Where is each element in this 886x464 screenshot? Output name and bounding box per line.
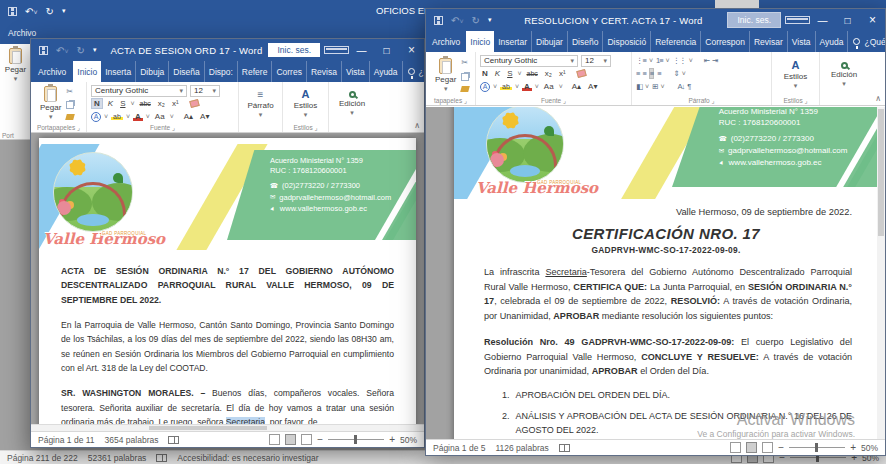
highlight-color-icon[interactable]: ab: [111, 113, 123, 120]
cert-titlebar[interactable]: ↶˅ ↻ ▾ RESOLUCION Y CERT. ACTA 17 - Word…: [426, 9, 885, 31]
highlight-color-icon[interactable]: ab: [500, 83, 512, 90]
underline-button[interactable]: S: [118, 99, 127, 108]
tab-dibujar[interactable]: Dibujar: [532, 31, 568, 52]
font-name-select[interactable]: Century Gothic▾: [91, 85, 187, 97]
font-size-select[interactable]: 12▾: [190, 85, 220, 97]
zoom-out-button[interactable]: −: [317, 434, 323, 445]
undo-icon[interactable]: ↶˅: [56, 45, 68, 56]
tell-me-icon[interactable]: [853, 38, 860, 45]
vertical-scrollbar[interactable]: [877, 107, 885, 441]
print-layout-button[interactable]: [285, 434, 296, 445]
save-icon[interactable]: [39, 46, 48, 55]
tab-disposicion[interactable]: Disposició: [603, 31, 651, 52]
tab-referencias[interactable]: Refere: [238, 61, 273, 82]
tab-insertar[interactable]: Insertar: [494, 31, 532, 52]
shrink-font-icon[interactable]: A▾: [198, 112, 211, 121]
zoom-slider[interactable]: [790, 457, 846, 458]
paragraph-group-button[interactable]: ≡ Párrafo▾: [243, 84, 278, 122]
horizontal-scrollbar[interactable]: [31, 424, 424, 431]
tab-referencias[interactable]: Referencia: [651, 31, 701, 52]
italic-button[interactable]: K: [493, 69, 502, 78]
font-name-select[interactable]: Century Gothic▾: [480, 55, 578, 67]
read-mode-button[interactable]: [730, 442, 741, 453]
minimize-button[interactable]: —: [349, 45, 374, 56]
web-layout-button[interactable]: [762, 442, 773, 453]
tab-revisar[interactable]: Revisar: [750, 31, 788, 52]
save-icon[interactable]: [8, 7, 17, 16]
bullets-icon[interactable]: ⋮≡: [636, 56, 646, 65]
copy-icon[interactable]: [66, 101, 74, 109]
line-spacing-icon[interactable]: ⇕: [674, 69, 679, 78]
increase-indent-icon[interactable]: ⇥: [712, 56, 717, 65]
redo-icon[interactable]: ↻: [471, 15, 479, 26]
signin-button[interactable]: Inic. ses.: [268, 43, 320, 57]
acta-page[interactable]: Acuerdo Ministerial N° 1359 RUC : 176812…: [39, 138, 416, 426]
zoom-out-button[interactable]: −: [778, 442, 784, 453]
tab-diseno[interactable]: Diseña: [169, 61, 204, 82]
cut-icon[interactable]: ✂: [66, 86, 74, 97]
italic-button[interactable]: K: [106, 99, 115, 108]
shrink-font-icon[interactable]: A▾: [586, 82, 599, 91]
undo-icon[interactable]: ↶˅: [25, 6, 37, 17]
strikethrough-button[interactable]: abc: [138, 100, 153, 107]
align-right-icon[interactable]: ≡: [649, 68, 654, 79]
bg-paste-button[interactable]: Pegar ▾: [0, 44, 31, 83]
cut-icon[interactable]: ✂: [461, 57, 469, 68]
zoom-slider[interactable]: [328, 439, 384, 440]
zoom-level[interactable]: 50%: [861, 443, 878, 453]
decrease-indent-icon[interactable]: ⇤: [704, 56, 709, 65]
maximize-button[interactable]: □: [374, 45, 399, 56]
tab-vista[interactable]: Vista: [788, 31, 816, 52]
close-button[interactable]: ×: [399, 43, 424, 57]
styles-button[interactable]: A Estilos▾: [287, 84, 324, 122]
signin-button[interactable]: Inic. ses.: [727, 12, 781, 28]
styles-button[interactable]: A Estilos▾: [776, 54, 815, 95]
underline-options-icon[interactable]: ˅: [130, 100, 134, 107]
bg-word-count[interactable]: 52361 palabras: [88, 453, 147, 463]
collapse-ribbon-icon[interactable]: ∧: [875, 94, 881, 103]
page-status[interactable]: Página 1 de 11: [38, 435, 95, 445]
word-count[interactable]: 3654 palabras: [105, 435, 159, 445]
tab-inicio[interactable]: Inicio: [466, 31, 494, 52]
proofing-icon[interactable]: [168, 436, 179, 444]
tab-disposicion[interactable]: Dispo:: [205, 61, 238, 82]
subscript-button[interactable]: x₂: [156, 99, 167, 108]
bold-button[interactable]: N: [91, 98, 103, 109]
collapse-ribbon-icon[interactable]: ∧: [414, 121, 420, 130]
superscript-button[interactable]: x¹: [557, 69, 568, 78]
bg-page-status[interactable]: Página 211 de 222: [7, 453, 78, 463]
bold-button[interactable]: N: [480, 69, 490, 78]
zoom-in-button[interactable]: +: [850, 442, 856, 453]
tab-correspondencia[interactable]: Correspon: [701, 31, 750, 52]
proofing-icon[interactable]: [559, 444, 570, 452]
web-layout-button[interactable]: [301, 434, 312, 445]
read-mode-button[interactable]: [269, 434, 280, 445]
tab-inicio[interactable]: Inicio: [73, 61, 101, 82]
cert-page[interactable]: Acuerdo Ministerial N° 1359 RUC : 176812…: [454, 107, 878, 441]
zoom-in-button[interactable]: +: [389, 434, 395, 445]
tab-vista[interactable]: Vista: [342, 61, 370, 82]
grow-font-icon[interactable]: A▴: [182, 112, 195, 121]
page-status[interactable]: Página 1 de 5: [433, 443, 485, 453]
underline-button[interactable]: S: [505, 69, 514, 78]
change-case-icon[interactable]: Aa: [153, 112, 167, 121]
word-count[interactable]: 1126 palabras: [495, 443, 548, 453]
clear-formatting-icon[interactable]: [189, 99, 200, 108]
paste-button[interactable]: Pegar▾: [35, 84, 66, 122]
zoom-level[interactable]: 50%: [400, 435, 417, 445]
tab-dibujar[interactable]: Dibuja: [136, 61, 169, 82]
change-case-icon[interactable]: Aa: [542, 82, 556, 91]
redo-icon[interactable]: ↻: [76, 45, 84, 56]
editing-button[interactable]: Edición▾: [333, 84, 371, 122]
redo-icon[interactable]: ↻: [45, 6, 53, 17]
tab-diseno[interactable]: Diseño: [568, 31, 603, 52]
tab-insertar[interactable]: Inserta: [101, 61, 136, 82]
undo-icon[interactable]: ↶˅: [451, 15, 463, 26]
subscript-button[interactable]: x₂: [543, 69, 554, 78]
customize-quick-access-icon[interactable]: ▾: [62, 7, 66, 15]
tab-revisar[interactable]: Revisa: [307, 61, 342, 82]
tell-me-label[interactable]: ¿Qué des: [864, 37, 885, 47]
grow-font-icon[interactable]: A▴: [570, 82, 583, 91]
acta-titlebar[interactable]: ↶˅ ↻ ▾ ACTA DE SESION ORD 17 - Word Inic…: [31, 39, 424, 61]
tab-ayuda[interactable]: Ayuda: [370, 61, 403, 82]
